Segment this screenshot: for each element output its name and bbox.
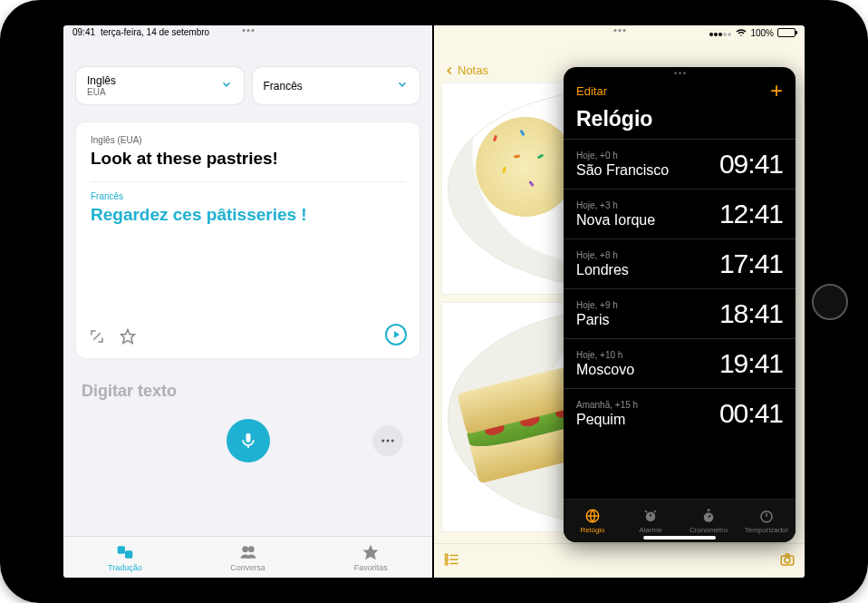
divider [91,181,405,182]
svg-point-4 [381,440,384,443]
city-name: Paris [576,312,618,328]
city-time: 18:41 [719,298,783,329]
city-time: 12:41 [719,199,783,229]
clock-app-slideover: Editar + Relógio Hoje, +0 hSão Francisco… [564,67,796,542]
source-lang-region: EUA [87,87,116,97]
slideover-top-handle[interactable] [564,67,796,76]
city-time: 19:41 [719,348,783,379]
city-row[interactable]: Hoje, +10 hMoscovo 19:41 [564,338,796,388]
tab-label: Tradução [108,563,142,572]
home-indicator[interactable] [643,536,716,540]
city-row[interactable]: Hoje, +9 hParis 18:41 [564,288,796,338]
status-date: terça-feira, 14 de setembro [101,27,209,37]
tab-label: Conversa [230,563,265,572]
target-language-label: Francês [91,191,405,201]
screen: 09:41 terça-feira, 14 de setembro Inglês… [63,25,805,578]
tab-conversation[interactable]: Conversa [187,537,310,578]
city-row[interactable]: Hoje, +0 hSão Francisco 09:41 [564,139,796,189]
world-clock-list[interactable]: Hoje, +0 hSão Francisco 09:41 Hoje, +3 h… [564,139,796,438]
notes-toolbar [434,543,805,578]
tab-translate[interactable]: Tradução [63,537,187,578]
tab-label: Temporizador [745,526,788,534]
translate-tab-bar: Tradução Conversa Favoritas [63,536,432,578]
status-time: 09:41 [72,27,95,37]
svg-point-12 [445,554,448,557]
city-name: Pequim [576,412,638,428]
camera-icon[interactable] [779,551,796,571]
svg-rect-7 [117,546,124,553]
svg-point-6 [391,440,394,443]
svg-line-24 [654,511,656,512]
city-row[interactable]: Hoje, +8 hLondres 17:41 [564,238,796,288]
split-handle-right[interactable] [613,29,625,32]
city-time: 09:41 [719,149,783,180]
city-offset: Amanhã, +15 h [576,400,638,410]
play-icon[interactable] [385,324,407,349]
wifi-icon [736,27,747,38]
city-row[interactable]: Amanhã, +15 hPequim 00:41 [564,388,796,438]
home-button[interactable] [812,284,848,320]
city-time: 00:41 [719,398,783,429]
svg-line-23 [645,511,647,512]
more-button[interactable] [372,425,403,456]
tab-favorites[interactable]: Favoritas [309,537,432,578]
city-offset: Hoje, +10 h [576,350,634,360]
svg-rect-8 [125,550,132,558]
city-offset: Hoje, +9 h [576,300,618,310]
signal-icon [709,28,732,38]
city-time: 17:41 [719,248,783,279]
edit-button[interactable]: Editar [576,84,607,98]
translate-app: 09:41 terça-feira, 14 de setembro Inglês… [63,25,434,578]
expand-icon[interactable] [89,328,105,345]
tab-label: Alarme [639,526,661,534]
target-lang-name: Francês [264,80,303,92]
svg-point-14 [445,558,448,560]
star-icon[interactable] [120,328,136,345]
svg-point-16 [445,562,448,565]
tab-world-clock[interactable]: Relógio [564,500,622,542]
svg-point-9 [242,546,248,552]
translation-card: Inglês (EUA) Look at these pastries! Fra… [76,122,420,358]
battery-percent: 100% [750,28,774,38]
city-name: Londres [576,262,629,278]
ipad-frame: 09:41 terça-feira, 14 de setembro Inglês… [0,0,868,603]
svg-point-5 [387,440,390,443]
input-placeholder: Digitar texto [76,369,420,413]
svg-rect-26 [708,510,710,511]
svg-point-19 [785,557,790,562]
notes-back-label: Notas [458,63,488,77]
tab-timer[interactable]: Temporizador [738,500,796,542]
tab-label: Favoritas [354,563,388,572]
chevron-down-icon [396,78,409,94]
tab-label: Relógio [580,526,604,534]
city-name: São Francisco [576,162,669,179]
svg-marker-2 [394,331,400,338]
battery-icon [777,28,796,37]
checklist-icon[interactable] [443,551,459,571]
target-text: Regardez ces pâtisseries ! [91,205,405,225]
status-bar-right: 100% [709,27,796,38]
split-handle-left[interactable] [242,29,254,32]
clock-title: Relógio [564,105,796,139]
source-language-label: Inglês (EUA) [91,135,405,145]
text-input-area[interactable]: Digitar texto [76,369,420,472]
target-language-selector[interactable]: Francês [253,67,420,104]
source-lang-name: Inglês [87,74,116,87]
city-offset: Hoje, +0 h [576,151,669,160]
svg-point-10 [248,546,255,552]
city-name: Moscovo [576,362,634,378]
city-offset: Hoje, +3 h [576,200,655,210]
microphone-button[interactable] [227,419,270,462]
svg-marker-11 [363,544,379,559]
chevron-down-icon [220,78,233,94]
svg-marker-0 [121,330,135,344]
city-offset: Hoje, +8 h [576,250,629,260]
city-row[interactable]: Hoje, +3 hNova Iorque 12:41 [564,189,796,238]
notes-app: 100% Notas [434,25,805,578]
source-text[interactable]: Look at these pastries! [91,149,405,169]
city-name: Nova Iorque [576,212,655,229]
source-language-selector[interactable]: Inglês EUA [76,67,244,104]
add-button[interactable]: + [770,78,783,103]
tab-label: Cronómetro [690,526,728,534]
status-bar-left: 09:41 terça-feira, 14 de setembro [72,27,209,37]
